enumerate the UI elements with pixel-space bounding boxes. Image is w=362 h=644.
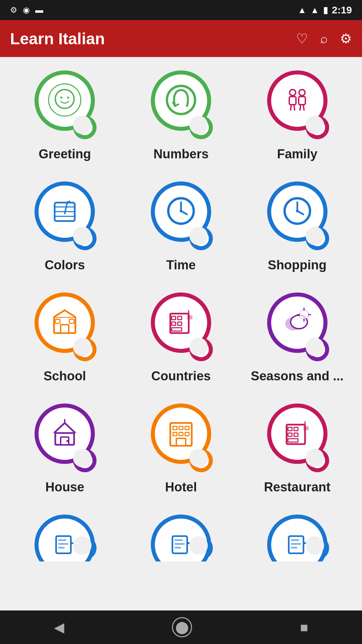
svg-rect-68 [58,547,65,548]
svg-rect-75 [291,543,301,545]
svg-rect-27 [61,325,69,333]
svg-rect-63 [303,426,309,430]
svg-rect-55 [185,432,189,436]
svg-rect-29 [69,319,74,323]
category-label-restaurant: Restaurant [264,480,330,494]
category-label-time: Time [166,258,196,272]
signal-icon: ▲ [310,5,319,15]
category-label-colors: Colors [45,258,85,272]
category-item-greeting[interactable]: Greeting [10,64,120,168]
svg-rect-70 [175,539,183,541]
category-item-school[interactable]: School [10,286,120,390]
svg-rect-54 [179,432,183,436]
svg-rect-33 [172,322,176,325]
svg-rect-32 [178,316,182,320]
partial-category-0[interactable] [10,508,120,561]
gear-status-icon: ⚙ [10,5,17,15]
partial-category-1[interactable] [126,508,236,561]
settings-button[interactable]: ⚙ [340,31,352,46]
svg-rect-36 [187,315,192,319]
category-item-restaurant[interactable]: Restaurant [242,397,352,501]
svg-rect-6 [289,97,296,105]
svg-rect-31 [172,316,176,320]
svg-rect-60 [288,433,292,436]
svg-point-40 [299,310,309,319]
category-item-numbers[interactable]: Numbers [126,64,236,168]
category-item-colors[interactable]: Colors [10,175,120,279]
svg-rect-50 [173,426,177,430]
category-label-shopping: Shopping [268,258,326,272]
svg-rect-61 [294,433,298,436]
svg-rect-59 [294,427,298,431]
svg-rect-52 [185,426,189,430]
svg-point-3 [67,97,69,99]
favorite-button[interactable]: ♡ [296,31,308,46]
partial-category-2[interactable] [242,508,352,561]
svg-point-9 [299,90,305,96]
svg-point-1 [55,90,74,108]
svg-point-5 [290,90,296,96]
back-button[interactable]: ◀ [54,620,64,635]
svg-rect-72 [175,547,181,548]
category-item-family[interactable]: Family [242,64,352,168]
svg-rect-76 [291,547,297,548]
home-button[interactable]: ⬤ [172,617,192,637]
svg-rect-10 [299,97,305,105]
category-item-countries[interactable]: Countries [126,286,236,390]
svg-rect-66 [58,539,66,541]
category-item-hotel[interactable]: Hotel [126,397,236,501]
bottom-nav: ◀ ⬤ ■ [0,610,362,644]
category-label-countries: Countries [151,369,210,383]
app-bar: Learn Italian ♡ ⌕ ⚙ [0,20,362,57]
sdcard-status-icon: ▬ [35,5,43,15]
battery-icon: ▮ [323,5,328,15]
search-button[interactable]: ⌕ [320,32,328,46]
svg-point-2 [60,97,62,99]
status-left-icons: ⚙ ◉ ▬ [10,5,43,15]
category-item-shopping[interactable]: Shopping [242,175,352,279]
svg-rect-34 [178,322,182,325]
svg-rect-58 [288,427,292,431]
category-label-numbers: Numbers [154,147,209,161]
svg-rect-51 [179,426,183,430]
svg-rect-71 [175,543,185,545]
svg-rect-56 [176,438,186,446]
svg-rect-28 [55,319,60,323]
svg-rect-53 [173,432,177,436]
app-bar-actions: ♡ ⌕ ⚙ [296,31,352,46]
svg-point-25 [296,210,299,212]
svg-rect-35 [172,328,182,331]
svg-line-8 [294,105,295,110]
recent-button[interactable]: ■ [300,620,308,635]
wifi-icon: ▲ [298,5,306,15]
svg-line-12 [303,105,304,110]
svg-point-21 [180,210,182,212]
category-item-time[interactable]: Time [126,175,236,279]
category-label-family: Family [277,147,317,161]
category-item-seasons[interactable]: Seasons and ... [242,286,352,390]
category-item-house[interactable]: House [10,397,120,501]
partial-row [0,508,362,602]
svg-line-11 [300,105,301,110]
svg-rect-67 [58,543,68,545]
status-bar: ⚙ ◉ ▬ ▲ ▲ ▮ 2:19 [0,0,362,20]
svg-point-47 [66,440,68,442]
category-grid: Greeting Numbers Family Colors Time [0,57,362,508]
category-label-house: House [45,480,84,494]
category-label-greeting: Greeting [39,147,91,161]
svg-line-7 [291,105,291,110]
time-display: 2:19 [332,4,352,16]
category-label-seasons: Seasons and ... [251,369,344,383]
category-label-hotel: Hotel [165,480,197,494]
app-title: Learn Italian [10,30,105,48]
svg-rect-62 [288,439,298,442]
circle-status-icon: ◉ [23,5,30,15]
status-right-icons: ▲ ▲ ▮ 2:19 [298,4,352,16]
category-label-school: School [44,369,86,383]
svg-rect-74 [291,539,299,541]
